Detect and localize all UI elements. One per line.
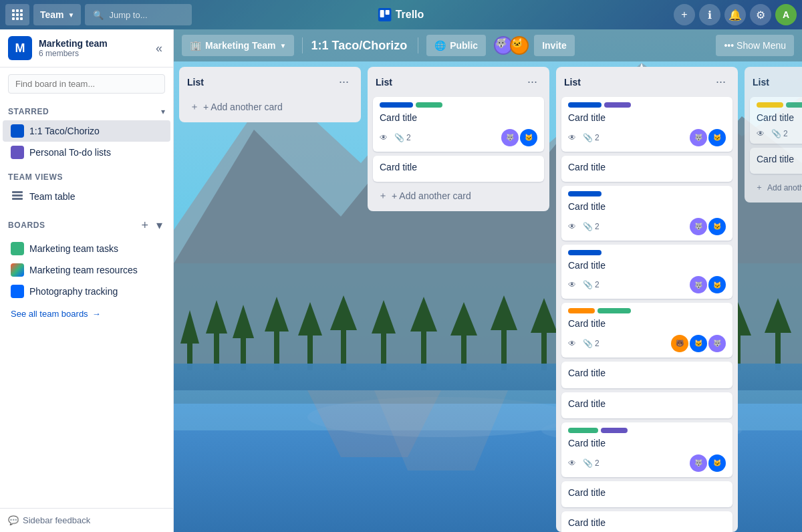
list-3-title: List (564, 77, 581, 88)
list-2: List ··· Card title 👁 (368, 67, 549, 211)
chat-icon: 💬 (8, 515, 19, 525)
notifications-button[interactable]: 🔔 (724, 4, 746, 25)
team-dropdown-button[interactable]: Team ▼ (33, 4, 81, 25)
list-3-menu-button[interactable]: ··· (712, 74, 730, 90)
card-footer-l3-1: 👁 📎2 🐺 🐱 (568, 129, 726, 146)
svg-rect-51 (16, 17, 19, 20)
card-meta-l3-5: 👁 📎2 (568, 339, 599, 348)
user-avatar-button[interactable]: A (775, 4, 797, 25)
visibility-label: Public (450, 40, 478, 51)
see-all-boards-link[interactable]: See all team boards → (3, 305, 170, 323)
sidebar-item-personal-todo[interactable]: Personal To-do lists (3, 142, 170, 163)
card-label-blue-l3-1 (568, 102, 602, 108)
card-title-l4-1: Card title (757, 112, 802, 125)
info-button[interactable]: ℹ (699, 4, 720, 25)
sidebar-item-marketing-tasks[interactable]: Marketing team tasks (3, 238, 170, 259)
card-list2-1[interactable]: Card title 👁 📎 2 🐺 (373, 97, 544, 152)
card-list3-8[interactable]: Card title 👁 📎2 🐺 🐱 (561, 422, 732, 477)
board-icon-tasks (11, 242, 24, 255)
card-meta-l3-8: 👁 📎2 (568, 458, 599, 468)
card-member-wolf-l3-1: 🐺 (690, 129, 707, 146)
card-list3-1[interactable]: Card title 👁 📎2 🐺 🐱 (561, 97, 732, 152)
sidebar-feedback-button[interactable]: 💬 Sidebar feedback (8, 515, 90, 525)
eye-l3-5: 👁 (568, 339, 576, 348)
add-card-button-list2[interactable]: ＋ + Add another card (373, 186, 544, 206)
header-divider-2 (418, 37, 418, 53)
board-title: 1:1 Taco/Chorizo (311, 39, 407, 53)
show-menu-button[interactable]: ••• Show Menu (716, 35, 794, 56)
member-wolf-l3-5: 🐺 (708, 335, 726, 352)
card-list3-5[interactable]: Card title 👁 📎2 🐻 🐱 🐺 (561, 303, 732, 358)
board-members: 🐺 🐱 (494, 36, 529, 55)
card-title-l3-7: Card title (568, 398, 726, 411)
sidebar-item-team-table[interactable]: Team table (3, 186, 170, 207)
eye-icon-l4-1: 👁 (757, 129, 765, 138)
svg-rect-54 (380, 10, 384, 17)
sidebar-item-marketing-resources[interactable]: Marketing team resources (3, 259, 170, 281)
card-label-purple-l3-1 (604, 102, 631, 108)
sidebar-collapse-button[interactable]: « (153, 39, 165, 58)
team-views-section-header[interactable]: Team views (0, 168, 173, 186)
board-item-1-label: Marketing team tasks (29, 243, 118, 254)
eye-icon-l3-5: 👁 (568, 339, 576, 348)
card-members-l3-1: 🐺 🐱 (690, 129, 726, 146)
add-card-button-list4[interactable]: ＋ Add anoth... (750, 178, 802, 197)
label-green-l3-8 (568, 428, 598, 433)
app-title-center: Trello (378, 8, 424, 21)
card-title-l3-6: Card title (568, 367, 726, 380)
card-title-l2-1: Card title (380, 112, 537, 125)
card-list2-2[interactable]: Card title (373, 156, 544, 182)
card-members-l3-5: 🐻 🐱 🐺 (671, 335, 726, 352)
card-list3-10[interactable]: Card title (561, 511, 732, 532)
card-meta-l3-1: 👁 📎2 (568, 133, 599, 142)
grid-icon (12, 9, 23, 20)
card-list3-9[interactable]: Card title (561, 481, 732, 508)
list-4: List ··· Card title 👁 📎2 (745, 67, 802, 203)
sidebar-item-photography[interactable]: Photography tracking (3, 281, 170, 302)
svg-rect-55 (386, 10, 390, 15)
boards-expand-button[interactable]: ▾ (154, 217, 165, 234)
apps-button[interactable] (5, 4, 29, 25)
list-1-menu-button[interactable]: ··· (335, 74, 353, 90)
clip-l3-8: 📎2 (583, 458, 599, 468)
bell-icon: 🔔 (728, 9, 742, 21)
card-list3-3[interactable]: Card title 👁 📎2 🐺 🐱 (561, 186, 732, 241)
clip-icon-l3-8: 📎 (583, 458, 593, 468)
info-icon: ℹ (708, 9, 712, 21)
card-list4-1[interactable]: Card title 👁 📎2 (750, 97, 802, 144)
add-board-button[interactable]: + (138, 217, 151, 234)
card-list3-4[interactable]: Card title 👁 📎2 🐺 🐱 (561, 245, 732, 299)
board-icon-personal (11, 146, 24, 159)
card-label-blue-l3-3 (568, 191, 602, 196)
card-labels-l3-5 (568, 308, 726, 313)
card-list3-2[interactable]: Card title (561, 156, 732, 182)
svg-rect-52 (20, 17, 23, 20)
sidebar-item-taco-chorizo[interactable]: 1:1 Taco/Chorizo (3, 120, 170, 142)
settings-button[interactable]: ⚙ (750, 4, 771, 25)
add-card-button-list1[interactable]: ＋ + Add another card (184, 97, 356, 117)
sidebar-search-container (0, 68, 173, 100)
card-list3-7[interactable]: Card title (561, 392, 732, 419)
visibility-button[interactable]: 🌐 Public (426, 35, 486, 56)
member-bear-l3-5: 🐻 (671, 335, 688, 352)
workspace-button[interactable]: 🏢 Marketing Team ▼ (182, 35, 294, 56)
add-button[interactable]: + (674, 4, 695, 25)
sidebar-search-input[interactable] (8, 74, 165, 94)
search-button[interactable]: 🔍 Jump to... (85, 4, 192, 25)
list-4-title: List (753, 77, 769, 88)
card-list4-2[interactable]: Card title (750, 148, 802, 174)
invite-button[interactable]: Invite (534, 35, 575, 56)
starred-section-header[interactable]: Starred ▾ (0, 103, 173, 120)
list-2-menu-button[interactable]: ··· (523, 74, 541, 90)
card-title-l3-10: Card title (568, 517, 726, 530)
svg-rect-49 (20, 13, 23, 16)
card-title-l3-3: Card title (568, 201, 726, 214)
card-footer-l3-4: 👁 📎2 🐺 🐱 (568, 276, 726, 293)
card-labels-l3-4 (568, 250, 726, 255)
gear-icon: ⚙ (756, 9, 765, 21)
member-wolf-l3-3: 🐺 (690, 218, 707, 235)
card-meta-l2-1: 👁 📎 2 (380, 133, 411, 142)
card-members-l2-1: 🐺 🐱 (501, 129, 537, 146)
card-list3-6[interactable]: Card title (561, 362, 732, 388)
list-3: List ··· Card title 👁 📎2 (556, 67, 738, 532)
